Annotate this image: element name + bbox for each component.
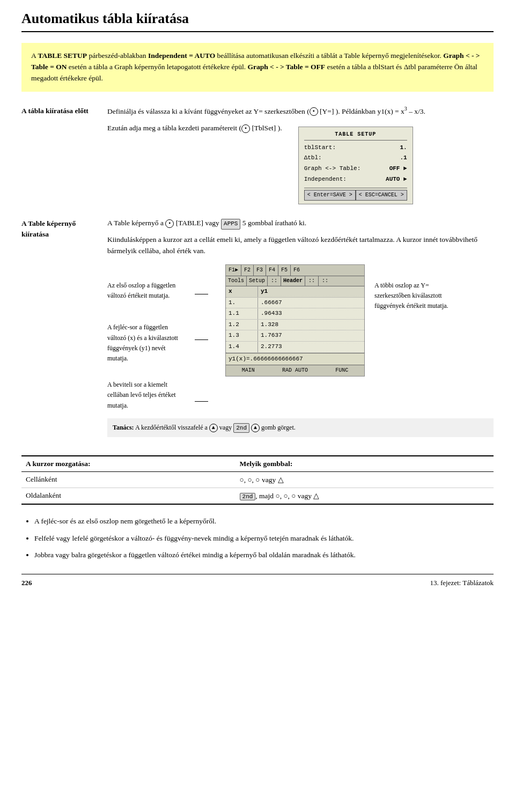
table-data-row-1: 1. .66667 (226, 298, 364, 309)
nav-cell-keys-1: ○, ○, ○ vagy △ (236, 472, 494, 488)
table-screen: F1► F2 F3 F4 F5 F6 Tools Setup :: Header (225, 264, 365, 377)
connector-lines (193, 264, 209, 411)
annot-input-row: A beviteli sor a kiemelt cellában levő t… (107, 380, 188, 411)
calc-row-graph: Graph <-> Table: OFF ► (304, 164, 407, 174)
section2-para1: A Table képernyő a ▪ [TABLE] vagy APPS 5… (107, 217, 494, 230)
line3 (195, 401, 208, 402)
calc-screen-title: TABLE SETUP (304, 130, 407, 141)
table-status-bar: MAIN RAD AUTO FUNC (226, 365, 364, 376)
key-2nd-nav: 2nd (240, 493, 256, 500)
section-content-before: Definiálja és válassza ki a kívánt függv… (107, 105, 494, 204)
section-label-table: A Table képernyő kiíratása (21, 217, 107, 442)
calc-row-dtbl: Δtbl: .1 (304, 153, 407, 164)
nav-table: A kurzor mozgatása: Melyik gombbal: Cell… (21, 455, 494, 505)
section-table-screen: A Table képernyő kiíratása A Table képer… (21, 217, 494, 442)
page-container: Automatikus tábla kiíratása A TABLE SETU… (0, 0, 515, 603)
nav-cell-label-2: Oldalanként (21, 488, 236, 505)
annot-first-col: Az első oszlop a független változó érték… (107, 280, 188, 301)
page-title: Automatikus tábla kiíratása (21, 11, 494, 32)
key-up2-icon: ▲ (251, 424, 260, 432)
table-formula-bar: y1(x)=.66666666666667 (226, 353, 364, 365)
section-label-before: A tábla kiíratása előtt (21, 105, 107, 204)
table-submenu-bar: Tools Setup :: Header :: :: (226, 276, 364, 286)
table-data-row-5: 1.4 2.2773 (226, 342, 364, 353)
right-annotation: A többi oszlop az Y= szerkesztőben kivál… (374, 264, 460, 411)
key-enter-icon: ▪ (310, 107, 318, 116)
section1-para2: Ezután adja meg a tábla kezdeti paraméte… (107, 122, 282, 134)
calc-btn-cancel: < ESC=CANCEL > (356, 190, 407, 201)
left-annotations: Az első oszlop a független változó érték… (107, 264, 188, 411)
calc-row-tblstart: tblStart: 1. (304, 143, 407, 153)
nav-cell-keys-2: 2nd, majd ○, ○, ○ vagy △ (236, 488, 494, 505)
table-data-row-4: 1.3 1.7637 (226, 330, 364, 342)
nav-cell-label-1: Cellánként (21, 472, 236, 488)
table-screen-container: F1► F2 F3 F4 F5 F6 Tools Setup :: Header (215, 264, 365, 411)
footer-page-number: 226 (21, 579, 32, 587)
bullet-item-3: Jobbra vagy balra görgetéskor a függetle… (34, 549, 494, 561)
section-content-table: A Table képernyő a ▪ [TABLE] vagy APPS 5… (107, 217, 494, 442)
bullet-item-1: A fejléc-sor és az első oszlop nem görge… (34, 515, 494, 527)
calc-buttons: < Enter=SAVE > < ESC=CANCEL > (304, 188, 407, 201)
key-up-icon: ▲ (209, 424, 218, 432)
nav-col-header-1: A kurzor mozgatása: (21, 456, 236, 472)
footer-chapter: 13. fejezet: Táblázatok (430, 579, 494, 587)
bullet-item-2: Felfelé vagy lefelé görgetéskor a változ… (34, 533, 494, 544)
line1 (195, 294, 208, 294)
table-col-headers: x y1 (226, 286, 364, 298)
table-data-row-2: 1.1 .96433 (226, 308, 364, 320)
calc-row-independent: Independent: AUTO ► (304, 174, 407, 185)
calc-screen-tblsetup: TABLE SETUP tblStart: 1. Δtbl: .1 Graph … (298, 127, 413, 204)
key-enter2-icon: ▪ (241, 124, 250, 133)
nav-row-cellanként: Cellánként ○, ○, ○ vagy △ (21, 472, 494, 488)
section2-para2: Kiindulásképpen a kurzor azt a cellát em… (107, 234, 494, 257)
table-data-row-3: 1.2 1.328 (226, 320, 364, 331)
diagram-area: Az első oszlop a független változó érték… (107, 264, 494, 411)
calc-btn-save: < Enter=SAVE > (304, 190, 356, 201)
key-apps: APPS (221, 219, 240, 230)
info-box: A TABLE SETUP párbeszéd-ablakban Indepen… (21, 43, 494, 92)
nav-row-oldalanként: Oldalanként 2nd, majd ○, ○, ○ vagy △ (21, 488, 494, 505)
key-table-icon: ▪ (165, 219, 174, 228)
section-before: A tábla kiíratása előtt Definiálja és vá… (21, 105, 494, 204)
section1-para1: Definiálja és válassza ki a kívánt függv… (107, 105, 494, 117)
key-2nd: 2nd (233, 423, 249, 433)
page-footer: 226 13. fejezet: Táblázatok (21, 574, 494, 587)
annot-header-row: A fejléc-sor a független változó (x) és … (107, 322, 188, 364)
line2 (195, 339, 208, 340)
table-menu-bar: F1► F2 F3 F4 F5 F6 (226, 265, 364, 276)
bullet-list: A fejléc-sor és az első oszlop nem görge… (21, 515, 494, 561)
nav-col-header-2: Melyik gombbal: (236, 456, 494, 472)
tanacs-box: Tanács: A kezdőértéktől visszafelé a ▲ v… (107, 418, 494, 438)
